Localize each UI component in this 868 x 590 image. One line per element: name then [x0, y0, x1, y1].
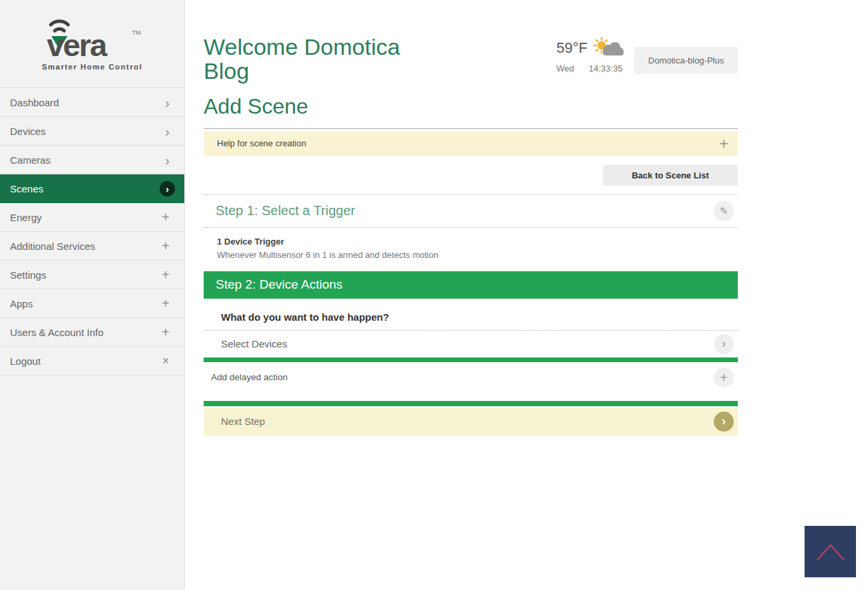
weather-temperature: 59°F: [556, 39, 588, 57]
select-devices-row[interactable]: Select Devices ›: [204, 331, 738, 357]
edit-pencil-icon[interactable]: ✎: [714, 201, 734, 221]
close-icon: ✕: [162, 356, 170, 365]
sidebar-item-scenes[interactable]: Scenes ›: [0, 174, 184, 203]
controller-name-button[interactable]: Domotica-blog-Plus: [634, 47, 738, 74]
sidebar-item-dashboard[interactable]: Dashboard ›: [0, 88, 184, 117]
chevron-right-circle-icon: ›: [160, 181, 175, 196]
weather-widget: 59°F: [556, 35, 624, 73]
chevron-right-icon: ›: [165, 153, 170, 167]
sidebar: vera TM Smarter Home Control Dashboard ›…: [0, 0, 185, 590]
chevron-right-icon[interactable]: ›: [714, 334, 734, 354]
sidebar-item-users-account-info[interactable]: Users & Account Info +: [0, 318, 184, 347]
logo-trademark: TM: [132, 29, 141, 36]
step1-header: Step 1: Select a Trigger ✎: [204, 195, 738, 227]
partly-cloudy-icon: [593, 37, 624, 59]
green-divider-bar: [204, 401, 738, 406]
vera-logo-icon: vera TM Smarter Home Control: [33, 13, 151, 75]
plus-icon: +: [162, 297, 170, 310]
sidebar-item-label: Cameras: [10, 154, 51, 166]
divider: [204, 128, 738, 129]
scroll-to-top-button[interactable]: [805, 526, 856, 577]
sidebar-menu: Dashboard › Devices › Cameras › Scenes ›…: [0, 88, 184, 376]
page-header: Welcome Domotica Blog 59°F: [204, 0, 738, 84]
sidebar-item-settings[interactable]: Settings +: [0, 261, 184, 289]
plus-icon: +: [162, 239, 170, 253]
select-devices-label: Select Devices: [221, 338, 287, 349]
add-plus-icon[interactable]: +: [714, 367, 734, 388]
plus-icon: +: [162, 268, 170, 281]
weather-time: 14:33:35: [589, 63, 623, 73]
plus-icon: +: [162, 210, 170, 224]
back-to-scene-list-button[interactable]: Back to Scene List: [603, 165, 738, 186]
sidebar-item-cameras[interactable]: Cameras ›: [0, 146, 184, 174]
sidebar-item-energy[interactable]: Energy +: [0, 203, 184, 232]
welcome-title: Welcome Domotica Blog: [204, 35, 434, 84]
chevron-right-icon: ›: [165, 124, 170, 138]
sidebar-item-label: Energy: [10, 212, 42, 223]
sidebar-item-devices[interactable]: Devices ›: [0, 117, 184, 146]
sidebar-item-apps[interactable]: Apps +: [0, 289, 184, 318]
sidebar-item-label: Scenes: [10, 183, 43, 194]
vera-logo: vera TM Smarter Home Control: [0, 0, 184, 88]
trigger-summary: 1 Device Trigger Whenever Multisensor 6 …: [204, 228, 738, 271]
step2-header: Step 2: Device Actions: [204, 271, 738, 299]
add-delayed-action-row[interactable]: Add delayed action +: [204, 362, 738, 393]
add-delayed-action-label: Add delayed action: [211, 372, 288, 382]
sidebar-item-label: Users & Account Info: [10, 327, 103, 338]
trigger-count: 1 Device Trigger: [217, 237, 738, 247]
main-content: Welcome Domotica Blog 59°F: [186, 0, 868, 590]
sidebar-item-label: Logout: [10, 355, 41, 367]
plus-icon: +: [162, 325, 170, 339]
next-step-button[interactable]: Next Step ›: [204, 408, 738, 436]
page-title: Add Scene: [204, 94, 738, 119]
sidebar-item-additional-services[interactable]: Additional Services +: [0, 232, 184, 261]
green-divider-bar: [204, 357, 738, 362]
sidebar-item-label: Settings: [10, 269, 46, 281]
help-banner-label: Help for scene creation: [217, 138, 306, 148]
trigger-description: Whenever Multisensor 6 in 1 is armed and…: [217, 250, 738, 260]
next-step-label: Next Step: [221, 416, 265, 427]
sidebar-item-label: Additional Services: [10, 241, 95, 252]
step2-title: Step 2: Device Actions: [216, 277, 343, 292]
sidebar-item-label: Dashboard: [10, 97, 59, 108]
chevron-right-icon: ›: [165, 96, 170, 110]
chevron-right-circle-icon: ›: [714, 412, 734, 432]
sidebar-item-logout[interactable]: Logout ✕: [0, 347, 184, 376]
chevron-up-icon: [812, 540, 849, 564]
help-banner[interactable]: Help for scene creation +: [204, 132, 738, 156]
logo-wordmark: vera: [47, 27, 108, 63]
logo-tagline: Smarter Home Control: [42, 63, 143, 71]
step1-title: Step 1: Select a Trigger: [216, 203, 355, 218]
step2-question: What do you want to have happen?: [204, 299, 738, 330]
sidebar-item-label: Apps: [10, 298, 33, 309]
expand-plus-icon[interactable]: +: [719, 136, 728, 152]
weather-day: Wed: [556, 63, 574, 73]
sidebar-item-label: Devices: [10, 126, 45, 137]
